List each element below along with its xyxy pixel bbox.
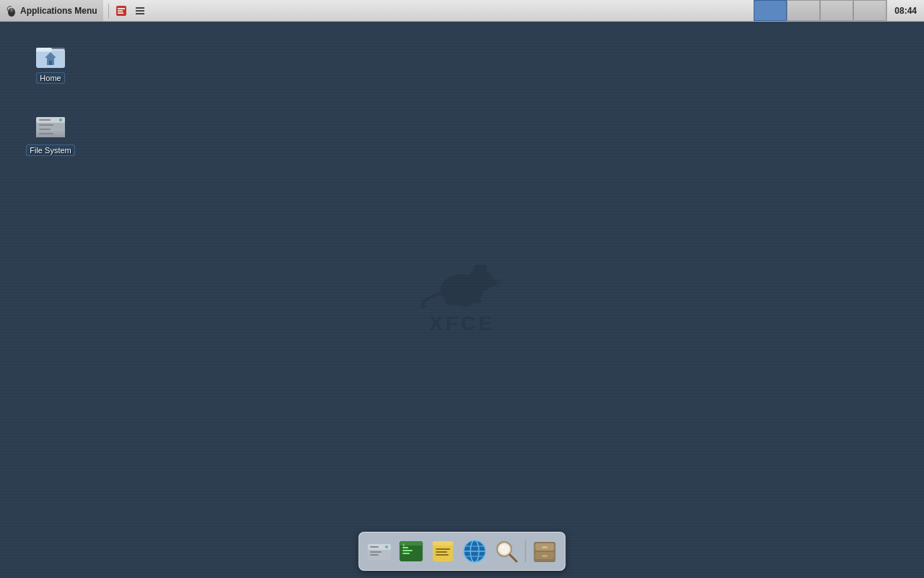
svg-point-34 [471, 299, 481, 303]
svg-rect-23 [39, 129, 51, 130]
xfce-text: XFCE [430, 312, 495, 335]
dock-terminal[interactable]: $ _ [397, 537, 426, 566]
svg-rect-41 [370, 551, 382, 553]
svg-rect-54 [436, 554, 449, 556]
dock-search[interactable] [492, 537, 521, 566]
svg-rect-24 [39, 133, 53, 134]
svg-rect-68 [542, 546, 548, 548]
workspace-4[interactable] [853, 0, 886, 21]
svg-rect-2 [11, 8, 12, 11]
xfce-mouse-icon [6, 5, 17, 17]
terminal-icon: $ _ [398, 538, 424, 564]
bottom-dock: $ _ [359, 532, 566, 571]
desktop-icon-home[interactable]: Home [22, 36, 79, 84]
xfce-logo: XFCE [419, 243, 505, 335]
browser-icon [462, 538, 488, 564]
dock-removable-drives[interactable] [365, 537, 394, 566]
svg-point-62 [500, 544, 510, 554]
svg-rect-22 [39, 124, 53, 126]
notes-icon [430, 538, 456, 564]
svg-rect-52 [436, 548, 450, 550]
svg-point-33 [460, 301, 471, 307]
svg-rect-21 [39, 119, 51, 121]
taskbar-right: 08:44 [754, 0, 924, 21]
svg-rect-69 [542, 555, 548, 557]
xfce-rat-icon [419, 243, 505, 316]
home-folder-icon [33, 36, 68, 71]
home-icon-label: Home [36, 72, 64, 84]
svg-text:$ _: $ _ [403, 543, 410, 548]
dock-notes[interactable] [429, 537, 458, 566]
svg-point-30 [480, 264, 487, 275]
svg-rect-42 [370, 554, 379, 556]
svg-rect-7 [136, 7, 144, 9]
svg-rect-51 [433, 541, 453, 545]
dock-divider [526, 540, 526, 562]
svg-point-28 [485, 279, 497, 288]
svg-line-35 [492, 280, 502, 282]
svg-rect-14 [49, 61, 52, 65]
svg-point-27 [467, 270, 493, 292]
svg-rect-48 [403, 553, 410, 554]
svg-rect-40 [370, 546, 379, 548]
svg-rect-20 [36, 134, 65, 137]
svg-rect-46 [403, 547, 409, 548]
filesystem-icon [33, 108, 68, 143]
svg-point-32 [445, 300, 457, 306]
svg-rect-8 [136, 10, 144, 12]
removable-drives-icon [367, 538, 393, 564]
workspace-1[interactable] [754, 0, 787, 21]
menu-icon [134, 5, 146, 17]
svg-point-25 [59, 118, 62, 121]
svg-rect-53 [436, 551, 448, 553]
svg-rect-4 [118, 8, 125, 9]
apps-menu-label: Applications Menu [20, 6, 97, 16]
svg-rect-9 [136, 13, 144, 14]
filesystem-icon-label: File System [26, 144, 74, 156]
taskbar-left: Applications Menu [0, 0, 149, 21]
quick-launch-sysmon[interactable] [113, 2, 130, 20]
svg-line-63 [510, 555, 517, 561]
file-manager-icon [532, 538, 558, 564]
sysmon-icon [116, 5, 127, 17]
workspace-3[interactable] [820, 0, 853, 21]
dock-browser[interactable] [461, 537, 489, 566]
svg-rect-47 [403, 550, 413, 551]
dock-file-manager[interactable] [531, 537, 559, 566]
svg-point-43 [385, 545, 388, 548]
svg-line-37 [492, 285, 501, 287]
svg-rect-6 [118, 12, 123, 14]
svg-rect-15 [36, 48, 65, 51]
svg-point-31 [487, 278, 489, 281]
workspace-2[interactable] [787, 0, 820, 21]
taskbar-top: Applications Menu [0, 0, 924, 22]
svg-point-26 [440, 275, 484, 306]
desktop-icon-filesystem[interactable]: File System [22, 108, 79, 156]
system-clock: 08:44 [886, 0, 924, 21]
svg-rect-5 [118, 10, 123, 12]
applications-menu-button[interactable]: Applications Menu [0, 0, 103, 21]
search-icon [494, 538, 520, 564]
quick-launch-menu[interactable] [131, 2, 149, 20]
quick-launch-area [106, 0, 149, 21]
svg-point-29 [473, 264, 483, 277]
